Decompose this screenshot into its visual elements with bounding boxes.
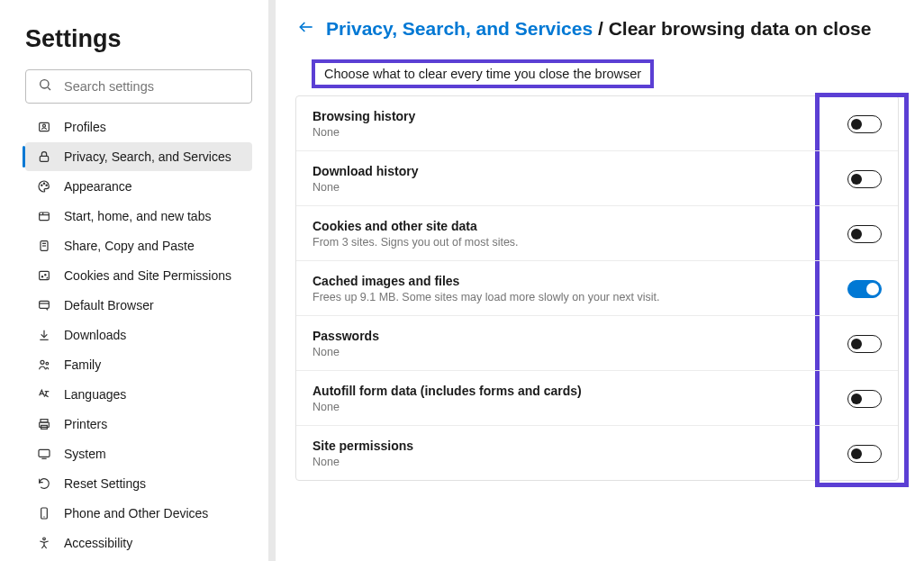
option-autofill: Autofill form data (includes forms and c…: [296, 371, 898, 426]
svg-point-5: [41, 185, 42, 185]
back-arrow-icon[interactable]: [295, 16, 317, 41]
sidebar-item-profiles[interactable]: Profiles: [25, 113, 252, 141]
option-desc: None: [313, 346, 847, 358]
search-icon: [38, 77, 52, 95]
sidebar-item-label: Privacy, Search, and Services: [64, 149, 231, 164]
sidebar-item-label: Cookies and Site Permissions: [64, 268, 231, 283]
browser-icon: [36, 297, 52, 313]
toggle-passwords[interactable]: [847, 335, 882, 353]
svg-point-7: [46, 185, 47, 185]
sidebar-item-accessibility[interactable]: Accessibility: [25, 529, 252, 557]
cookie-icon: [36, 267, 52, 284]
sidebar-item-share[interactable]: Share, Copy and Paste: [25, 231, 252, 260]
svg-point-6: [43, 183, 44, 184]
svg-rect-17: [40, 301, 50, 308]
option-title: Site permissions: [313, 439, 847, 453]
option-title: Cached images and files: [313, 274, 847, 288]
option-title: Cookies and other site data: [313, 219, 847, 233]
toggle-cookies[interactable]: [847, 225, 882, 243]
breadcrumb-current: Clear browsing data on close: [609, 18, 872, 39]
toggle-autofill[interactable]: [847, 390, 882, 408]
option-text: Site permissions None: [313, 439, 847, 468]
breadcrumb-parent-link[interactable]: Privacy, Search, and Services: [326, 18, 593, 39]
download-icon: [36, 327, 52, 343]
sidebar-item-label: Downloads: [64, 328, 126, 342]
sidebar-item-label: Accessibility: [64, 536, 132, 550]
sidebar: Settings Profiles Privacy, Search, and S…: [0, 0, 276, 561]
main-content: Privacy, Search, and Services / Clear br…: [276, 0, 924, 561]
sidebar-item-family[interactable]: Family: [25, 350, 252, 379]
option-browsing-history: Browsing history None: [296, 96, 898, 151]
option-cookies: Cookies and other site data From 3 sites…: [296, 206, 898, 261]
nav-list: Profiles Privacy, Search, and Services A…: [25, 113, 252, 561]
sidebar-item-label: System: [64, 447, 106, 461]
search-input[interactable]: [25, 69, 252, 104]
family-icon: [36, 357, 52, 373]
toggle-browsing-history[interactable]: [847, 115, 882, 133]
svg-point-16: [45, 275, 46, 276]
sidebar-item-languages[interactable]: Languages: [25, 380, 252, 409]
sidebar-item-label: Reset Settings: [64, 476, 146, 491]
toggle-cached[interactable]: [847, 280, 882, 298]
lock-icon: [36, 149, 52, 165]
sidebar-item-printers[interactable]: Printers: [25, 410, 252, 439]
options-panel: Browsing history None Download history N…: [295, 95, 899, 481]
sidebar-item-privacy[interactable]: Privacy, Search, and Services: [25, 142, 252, 171]
option-title: Autofill form data (includes forms and c…: [313, 384, 847, 398]
option-title: Browsing history: [313, 109, 847, 123]
svg-point-30: [43, 538, 46, 540]
svg-point-21: [46, 362, 49, 365]
option-cached: Cached images and files Frees up 9.1 MB.…: [296, 261, 898, 316]
option-desc: None: [313, 456, 847, 468]
sidebar-item-label: Languages: [64, 387, 126, 402]
option-text: Browsing history None: [313, 109, 847, 139]
option-passwords: Passwords None: [296, 316, 898, 371]
palette-icon: [36, 178, 52, 195]
svg-point-3: [43, 124, 46, 127]
option-text: Cookies and other site data From 3 sites…: [313, 219, 847, 249]
tabs-icon: [36, 208, 52, 224]
sidebar-item-reset[interactable]: Reset Settings: [25, 469, 252, 498]
language-icon: [36, 386, 52, 403]
sidebar-item-start[interactable]: Start, home, and new tabs: [25, 202, 252, 231]
option-download-history: Download history None: [296, 151, 898, 206]
breadcrumb: Privacy, Search, and Services / Clear br…: [295, 16, 899, 41]
sidebar-item-label: Share, Copy and Paste: [64, 239, 195, 253]
sidebar-item-phone[interactable]: Phone and Other Devices: [25, 499, 252, 528]
sidebar-item-label: Phone and Other Devices: [64, 506, 208, 520]
option-text: Autofill form data (includes forms and c…: [313, 384, 847, 413]
svg-rect-14: [40, 271, 50, 279]
sidebar-item-label: Appearance: [64, 179, 132, 194]
sidebar-item-system[interactable]: System: [25, 439, 252, 468]
breadcrumb-separator: /: [593, 18, 609, 39]
option-text: Download history None: [313, 164, 847, 194]
subheading-highlight: Choose what to clear every time you clos…: [312, 59, 654, 88]
share-icon: [36, 238, 52, 254]
subheading: Choose what to clear every time you clos…: [324, 67, 641, 81]
option-title: Download history: [313, 164, 847, 178]
sidebar-item-appearance[interactable]: Appearance: [25, 172, 252, 201]
sidebar-item-default-browser[interactable]: Default Browser: [25, 291, 252, 320]
svg-rect-8: [40, 213, 50, 221]
svg-point-20: [41, 360, 44, 364]
reset-icon: [36, 475, 52, 492]
svg-rect-26: [39, 449, 50, 457]
option-text: Passwords None: [313, 329, 847, 358]
toggle-site-permissions[interactable]: [847, 445, 882, 463]
option-desc: None: [313, 126, 847, 139]
sidebar-item-label: Default Browser: [64, 298, 154, 312]
svg-point-0: [41, 80, 49, 88]
sidebar-item-label: Start, home, and new tabs: [64, 209, 211, 223]
option-text: Cached images and files Frees up 9.1 MB.…: [313, 274, 847, 303]
breadcrumb-title: Privacy, Search, and Services / Clear br…: [326, 18, 871, 40]
sidebar-item-downloads[interactable]: Downloads: [25, 321, 252, 349]
accessibility-icon: [36, 535, 52, 551]
system-icon: [36, 446, 52, 462]
toggle-download-history[interactable]: [847, 170, 882, 188]
sidebar-item-label: Profiles: [64, 120, 106, 134]
sidebar-item-cookies[interactable]: Cookies and Site Permissions: [25, 261, 252, 290]
svg-rect-4: [40, 156, 48, 161]
page-title: Settings: [25, 25, 252, 53]
svg-point-15: [41, 276, 42, 277]
phone-icon: [36, 505, 52, 521]
